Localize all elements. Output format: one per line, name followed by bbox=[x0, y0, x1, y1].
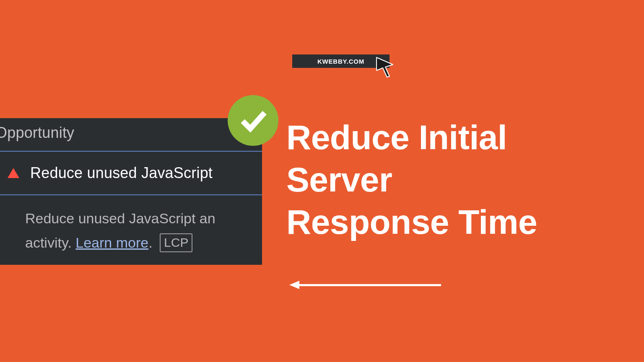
checkmark-icon bbox=[237, 104, 270, 137]
check-badge bbox=[228, 95, 278, 146]
headline-line1: Reduce Initial bbox=[286, 116, 537, 159]
audit-description-suffix: . bbox=[148, 235, 152, 251]
audit-description-line1: Reduce unused JavaScript an bbox=[25, 210, 216, 226]
warning-triangle-icon bbox=[8, 168, 19, 178]
learn-more-link[interactable]: Learn more bbox=[75, 235, 148, 251]
cursor-icon bbox=[375, 56, 395, 78]
opportunity-section-label: Opportunity bbox=[0, 118, 262, 151]
devtools-panel: Opportunity Reduce unused JavaScript Red… bbox=[0, 118, 262, 265]
audit-title: Reduce unused JavaScript bbox=[30, 164, 213, 182]
audit-description-line2-prefix: activity. bbox=[25, 235, 75, 251]
page-headline: Reduce Initial Server Response Time bbox=[286, 116, 537, 243]
arrow-left-icon bbox=[289, 282, 441, 288]
site-badge-label: KWEBBY.COM bbox=[317, 58, 364, 65]
headline-line3: Response Time bbox=[286, 201, 537, 243]
headline-line2: Server bbox=[286, 159, 537, 201]
lcp-tag: LCP bbox=[160, 233, 192, 252]
audit-row[interactable]: Reduce unused JavaScript bbox=[0, 152, 262, 194]
audit-description: Reduce unused JavaScript an activity. Le… bbox=[0, 195, 262, 259]
